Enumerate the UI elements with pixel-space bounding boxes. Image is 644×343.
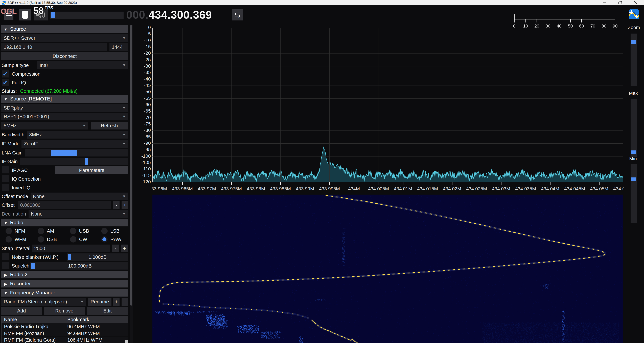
restore-icon (618, 1, 622, 5)
mode-radio-lsb[interactable] (101, 228, 108, 234)
panel-header-source-remote[interactable]: ▼Source [REMOTE] (1, 95, 128, 103)
app-icon (2, 1, 6, 5)
if-gain-slider[interactable] (20, 158, 128, 165)
minimize-button[interactable] (601, 0, 608, 5)
mode-radio-raw[interactable] (101, 236, 108, 243)
main-view-divider[interactable] (624, 25, 624, 343)
panel-header-radio2[interactable]: ▶Radio 2 (1, 271, 128, 279)
device-dropdown[interactable]: RSP1 (B0001P0001)▼ (1, 113, 128, 120)
offset-increment-button[interactable]: + (122, 201, 128, 209)
disconnect-button[interactable]: Disconnect (1, 52, 128, 60)
table-scrollbar-thumb[interactable] (125, 340, 128, 343)
snap-decrement-button[interactable]: - (112, 245, 119, 252)
fft-x-axis-labels: 433.96M433.965M433.97M433.975M433.98M433… (152, 185, 624, 194)
noise-blanker-checkbox[interactable] (2, 253, 9, 260)
decimation-dropdown[interactable]: None▼ (28, 210, 128, 218)
vfo-swap-button[interactable]: ⇆ (232, 9, 242, 20)
offset-decrement-button[interactable]: - (113, 201, 120, 209)
if-agc-checkbox[interactable] (2, 166, 9, 173)
zoom-slider-handle[interactable] (631, 40, 636, 44)
port-input[interactable]: 1444 (110, 43, 128, 51)
fft-gridline-h (152, 118, 623, 118)
samplerate-dropdown[interactable]: 5MHz▼ (1, 122, 88, 129)
squelch-slider[interactable]: -100.000dB (30, 262, 128, 270)
min-slider[interactable] (630, 164, 636, 223)
mode-radio-cw[interactable] (70, 236, 76, 243)
mode-radio-am[interactable] (38, 228, 44, 234)
refresh-button[interactable]: Refresh (91, 122, 128, 129)
remove-list-button[interactable]: - (122, 298, 128, 306)
add-bookmark-button[interactable]: Add (1, 307, 42, 315)
noise-blanker-slider[interactable]: 1.000dB (67, 253, 128, 261)
bookmark-list-dropdown[interactable]: Radio FM (Stereo, naljepsze)▼ (1, 298, 86, 306)
zoom-slider[interactable] (630, 33, 636, 86)
full-iq-checkbox[interactable]: ✔ (2, 79, 9, 86)
volume-slider[interactable] (50, 11, 124, 19)
fft-y-tick-label: -85 (136, 134, 151, 140)
mode-radio-usb[interactable] (70, 228, 76, 234)
snap-interval-input[interactable]: 2500 (32, 245, 110, 252)
waterfall-canvas[interactable] (152, 195, 623, 343)
rename-list-button[interactable]: Rename (88, 298, 112, 306)
remove-bookmark-button[interactable]: Remove (44, 307, 85, 315)
fft-gridline-h (152, 85, 623, 86)
host-input[interactable]: 192.168.1.40 (1, 43, 107, 51)
mode-radio-nfm[interactable] (6, 228, 12, 234)
sample-type-value: Int8 (40, 62, 48, 68)
add-list-button[interactable]: + (113, 298, 120, 306)
collapsed-triangle-icon: ▶ (1, 271, 10, 279)
iq-correction-checkbox[interactable] (2, 175, 9, 182)
refresh-label: Refresh (101, 123, 118, 128)
snap-increment-button[interactable]: + (121, 245, 128, 252)
invert-iq-checkbox[interactable] (2, 184, 9, 191)
sidebar-scrollbar[interactable] (130, 25, 133, 343)
restore-button[interactable] (616, 0, 624, 5)
max-slider[interactable] (630, 99, 636, 157)
table-column-divider[interactable] (65, 316, 65, 343)
mode-label-usb: USB (79, 227, 89, 235)
max-slider-handle[interactable] (631, 150, 636, 154)
snr-tick (615, 19, 615, 22)
fft-gridline-h (152, 176, 623, 176)
panel-header-radio[interactable]: ▼Radio (1, 219, 128, 226)
collapse-triangle-icon: ▼ (1, 95, 10, 103)
panel-header-source[interactable]: ▼Source (1, 25, 128, 33)
fft-x-tick-label: 433.96M (152, 186, 171, 192)
frequency-display[interactable]: 000.434.300.369 (126, 9, 212, 21)
sdrpp-logo-icon (628, 9, 639, 19)
if-mode-dropdown[interactable]: ZeroIF▼ (22, 140, 128, 148)
driver-dropdown[interactable]: SDRplay▼ (1, 104, 128, 112)
panel-header-frequency-manager[interactable]: ▼Frequency Manager (1, 289, 128, 297)
compression-checkbox[interactable]: ✔ (2, 70, 9, 77)
fft-gridline-h (152, 40, 623, 41)
title-bar: SDR++ v1.1.0 (Built at 13:55:30, Sep 29 … (0, 0, 644, 5)
fft-x-tick-label: 434.03M (488, 186, 514, 192)
column-header[interactable]: Name (1, 316, 67, 323)
offset-input[interactable]: 0.000000 (18, 201, 111, 209)
close-button[interactable] (632, 0, 640, 5)
fft-x-tick (476, 182, 477, 185)
parameters-button[interactable]: Parameters (56, 166, 128, 174)
if-gain-slider-handle[interactable] (84, 158, 88, 165)
fft-gridline-v (476, 28, 477, 182)
offset-mode-dropdown[interactable]: None▼ (30, 193, 128, 200)
sidebar-scrollbar-thumb[interactable] (130, 25, 132, 306)
min-slider-handle[interactable] (631, 177, 636, 181)
lna-gain-slider[interactable] (25, 149, 128, 156)
stop-button[interactable] (19, 9, 31, 20)
mode-radio-dsb[interactable] (38, 236, 44, 243)
table-border (1, 316, 2, 343)
fft-gridline-v (231, 28, 232, 182)
squelch-checkbox[interactable] (2, 262, 9, 269)
bandwidth-dropdown[interactable]: 8MHz▼ (27, 131, 128, 139)
source-type-dropdown[interactable]: SDR++ Server▼ (1, 34, 128, 42)
edit-bookmark-button[interactable]: Edit (87, 307, 128, 315)
chevron-down-icon: ▼ (82, 122, 86, 129)
if-gain-label: IF Gain (2, 158, 18, 165)
checkmark-icon: ✔ (3, 79, 8, 86)
lna-gain-slider-handle[interactable] (51, 150, 77, 156)
panel-header-recorder[interactable]: ▶Recorder (1, 280, 128, 288)
mode-radio-wfm[interactable] (6, 236, 12, 243)
column-header[interactable]: Bookmark (65, 316, 130, 323)
sample-type-dropdown[interactable]: Int8▼ (37, 61, 128, 69)
